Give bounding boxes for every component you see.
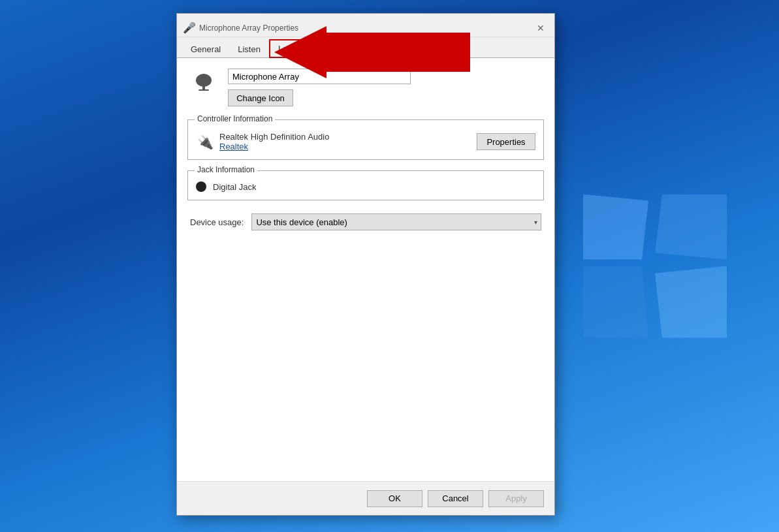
device-name-input[interactable]: [228, 69, 411, 84]
properties-dialog: 🎤 Microphone Array Properties ✕ General …: [176, 13, 555, 516]
device-usage-label: Device usage:: [190, 217, 244, 227]
microphone-title-icon: 🎤: [183, 22, 195, 34]
svg-rect-2: [199, 89, 209, 91]
jack-name-text: Digital Jack: [213, 182, 256, 192]
dialog-footer: OK Cancel Apply: [177, 481, 554, 515]
dialog-content: Change Icon Controller Information 🔌: [177, 58, 554, 481]
controller-name-text: Realtek High Definition Audio: [219, 132, 329, 142]
controller-properties-button[interactable]: Properties: [477, 133, 535, 150]
tab-general[interactable]: General: [182, 40, 229, 58]
controller-info-label: Controller Information: [195, 114, 275, 123]
controller-info-group: Controller Information 🔌 Realtek High De…: [187, 119, 544, 160]
desktop: 🎤 Microphone Array Properties ✕ General …: [0, 0, 779, 532]
device-name-row: Change Icon: [187, 69, 544, 106]
apply-button[interactable]: Apply: [488, 490, 544, 507]
dialog-close-button[interactable]: ✕: [532, 22, 549, 35]
device-usage-select[interactable]: Use this device (enable) Don't use this …: [251, 213, 541, 230]
microphone-device-icon: [188, 71, 219, 92]
cancel-button[interactable]: Cancel: [428, 490, 483, 507]
change-icon-button[interactable]: Change Icon: [228, 89, 293, 106]
tabs-bar: General Listen Levels A...: [177, 37, 554, 58]
controller-row: 🔌 Realtek High Definition Audio Realtek …: [196, 132, 535, 151]
device-usage-row: Device usage: Use this device (enable) D…: [187, 213, 544, 230]
controller-vendor-link[interactable]: Realtek: [219, 142, 329, 151]
ok-button[interactable]: OK: [367, 490, 422, 507]
jack-info-label: Jack Information: [195, 165, 257, 174]
jack-info-group: Jack Information Digital Jack: [187, 170, 544, 200]
jack-row: Digital Jack: [196, 181, 535, 192]
controller-left: 🔌 Realtek High Definition Audio Realtek: [196, 132, 329, 151]
device-usage-select-wrapper: Use this device (enable) Don't use this …: [251, 213, 541, 230]
dialog-title-area: 🎤 Microphone Array Properties: [183, 22, 298, 34]
controller-name-col: Realtek High Definition Audio Realtek: [219, 132, 329, 151]
device-icon-area: [187, 69, 220, 92]
dialog-title-text: Microphone Array Properties: [199, 23, 298, 33]
tab-listen[interactable]: Listen: [229, 40, 269, 58]
dialog-titlebar: 🎤 Microphone Array Properties ✕: [177, 14, 554, 37]
device-name-controls: Change Icon: [228, 69, 544, 106]
jack-indicator-dot: [196, 181, 206, 192]
windows-logo: [583, 195, 727, 338]
tab-levels[interactable]: Levels: [269, 39, 312, 58]
svg-text:🔌: 🔌: [197, 134, 214, 150]
tab-advanced[interactable]: A...: [312, 40, 342, 58]
realtek-icon: 🔌: [196, 133, 214, 151]
svg-point-0: [196, 74, 212, 87]
